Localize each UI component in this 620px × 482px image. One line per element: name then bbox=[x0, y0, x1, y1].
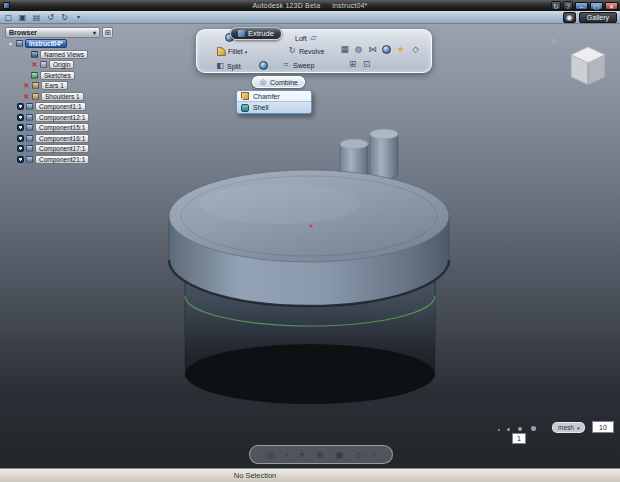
lid-cylinder[interactable] bbox=[169, 170, 449, 306]
browser-item-label[interactable]: Shoulders 1 bbox=[41, 92, 84, 101]
browser-item-label[interactable]: Origin bbox=[49, 60, 74, 69]
split-tool[interactable]: ◧ Split bbox=[215, 61, 241, 71]
browser-item-label[interactable]: Ears 1 bbox=[41, 81, 68, 90]
browser-item[interactable]: ✕Origin bbox=[5, 60, 117, 70]
browser-item-label[interactable]: Component15:1 bbox=[35, 123, 89, 132]
origin-point-marker[interactable] bbox=[309, 224, 312, 227]
hidden-x-icon[interactable]: ✕ bbox=[23, 82, 30, 89]
loft-label: Loft bbox=[295, 35, 307, 42]
extrude-tool[interactable]: Extrude bbox=[230, 27, 282, 40]
snap-unit-selector[interactable]: mesh ▾ bbox=[552, 422, 585, 433]
pattern-rect-icon[interactable]: ▦ bbox=[339, 44, 350, 55]
maximize-button[interactable]: ▢ bbox=[590, 2, 603, 10]
browser-item-label[interactable]: Component1:1 bbox=[35, 102, 86, 111]
browser-item[interactable]: Component1:1 bbox=[5, 102, 117, 112]
account-icon[interactable]: ◉ bbox=[563, 12, 576, 23]
minimize-button[interactable]: – bbox=[575, 2, 588, 10]
snap-increment-dot[interactable] bbox=[507, 428, 510, 431]
browser-item[interactable]: Sketches bbox=[5, 70, 117, 80]
visibility-eye-icon[interactable] bbox=[17, 103, 24, 110]
component-icon bbox=[26, 103, 33, 110]
mirror-icon[interactable]: ⋈ bbox=[367, 44, 378, 55]
loft-tool[interactable]: Loft ▱ bbox=[295, 33, 319, 43]
sync-icon[interactable]: ↻ bbox=[551, 1, 561, 10]
browser-header[interactable]: Browser ▾ bbox=[5, 27, 100, 38]
pattern-circular-icon[interactable]: ◍ bbox=[353, 44, 364, 55]
loft-icon: ▱ bbox=[309, 33, 319, 43]
open-file-icon[interactable]: ▣ bbox=[17, 12, 28, 23]
browser-item-label[interactable]: Sketches bbox=[40, 71, 75, 80]
dropdown-item-shell[interactable]: Shell bbox=[237, 102, 311, 113]
document-title: instruct04* bbox=[332, 2, 367, 9]
pan-icon[interactable]: + bbox=[299, 450, 304, 460]
material-sphere-icon[interactable] bbox=[382, 45, 391, 54]
redo-icon[interactable]: ↻ bbox=[59, 12, 70, 23]
display-options-chevron-icon[interactable]: ▾ bbox=[373, 452, 376, 458]
viewport[interactable]: Browser ▾ ⊞ ▾ instruct04* Named Views✕Or… bbox=[0, 24, 620, 468]
view-cube[interactable] bbox=[562, 38, 614, 94]
visibility-eye-icon[interactable] bbox=[17, 145, 24, 152]
split-label: Split bbox=[227, 63, 241, 70]
favorites-star-icon[interactable]: ★ bbox=[395, 44, 406, 55]
dropdown-item-chamfer[interactable]: Chamfer bbox=[237, 91, 311, 102]
browser-item[interactable]: Component16:1 bbox=[5, 133, 117, 143]
sketch-icon bbox=[31, 72, 38, 79]
browser-header-label: Browser bbox=[9, 29, 37, 36]
history-chevron-icon[interactable]: ▾ bbox=[73, 12, 84, 23]
browser-item-label[interactable]: Named Views bbox=[40, 50, 88, 59]
browser-item[interactable]: Component15:1 bbox=[5, 123, 117, 133]
undo-icon[interactable]: ↺ bbox=[45, 12, 56, 23]
sweep-tool[interactable]: ≈ Sweep bbox=[281, 60, 314, 70]
browser-root-label[interactable]: instruct04* bbox=[25, 39, 67, 48]
snap-secondary-field[interactable] bbox=[512, 433, 526, 444]
component-icon bbox=[26, 114, 33, 121]
browser-chevron-icon[interactable]: ▾ bbox=[93, 29, 96, 36]
browser-item[interactable]: ✕Shoulders 1 bbox=[5, 91, 117, 101]
browser-item-label[interactable]: Component21:1 bbox=[35, 155, 89, 164]
expand-icon[interactable]: ▾ bbox=[7, 40, 14, 47]
browser-item-label[interactable]: Component16:1 bbox=[35, 134, 89, 143]
browser-item-label[interactable]: Component17:1 bbox=[35, 144, 89, 153]
browser-item-label[interactable]: Component12:1 bbox=[35, 113, 89, 122]
browser-item[interactable]: Component17:1 bbox=[5, 144, 117, 154]
revolve-label: Revolve bbox=[299, 48, 324, 55]
gallery-button[interactable]: Gallery bbox=[579, 12, 617, 23]
browser-item[interactable]: Component21:1 bbox=[5, 154, 117, 164]
save-icon[interactable]: ▤ bbox=[31, 12, 42, 23]
snap-increment-dot[interactable] bbox=[531, 426, 536, 431]
align-icon[interactable]: ⊞ bbox=[347, 59, 358, 70]
visibility-eye-icon[interactable] bbox=[17, 124, 24, 131]
dropdown-item-label: Chamfer bbox=[253, 93, 280, 100]
zoom-icon[interactable]: ⊕ bbox=[316, 450, 324, 460]
browser-item[interactable]: Component12:1 bbox=[5, 112, 117, 122]
help-icon[interactable]: ? bbox=[563, 1, 573, 10]
measure-icon[interactable]: ⊡ bbox=[361, 59, 372, 70]
combine-tool[interactable]: ◎ Combine bbox=[252, 76, 305, 88]
visibility-eye-icon[interactable] bbox=[17, 135, 24, 142]
visibility-eye-icon[interactable] bbox=[17, 156, 24, 163]
orbit-icon[interactable]: ◎ bbox=[266, 450, 274, 460]
fillet-flyout-chevron-icon[interactable]: ▾ bbox=[245, 49, 248, 55]
sphere-primitive-icon[interactable] bbox=[259, 61, 268, 70]
snap-value-field[interactable] bbox=[592, 421, 614, 433]
new-file-icon[interactable]: ▢ bbox=[3, 12, 14, 23]
menubar-right: ◉ Gallery bbox=[563, 12, 617, 23]
hidden-x-icon[interactable]: ✕ bbox=[31, 61, 38, 68]
look-at-icon[interactable]: ◇ bbox=[355, 450, 362, 460]
browser-dock-icon[interactable]: ⊞ bbox=[102, 27, 113, 38]
snap-grid-icon[interactable]: ◇ bbox=[410, 44, 421, 55]
fit-icon[interactable]: ▣ bbox=[335, 450, 344, 460]
snap-increment-dot[interactable] bbox=[518, 427, 522, 431]
visibility-eye-icon[interactable] bbox=[17, 114, 24, 121]
dropdown-item-label: Shell bbox=[253, 104, 269, 111]
home-icon[interactable]: ⌂ bbox=[552, 36, 557, 45]
close-button[interactable]: ✕ bbox=[605, 2, 618, 10]
browser-item[interactable]: Named Views bbox=[5, 49, 117, 59]
orbit-options-chevron-icon[interactable]: ▾ bbox=[285, 452, 288, 458]
revolve-tool[interactable]: ↻ Revolve bbox=[287, 46, 324, 56]
snap-increment-dot[interactable] bbox=[498, 429, 500, 431]
browser-item[interactable]: ✕Ears 1 bbox=[5, 81, 117, 91]
fillet-tool[interactable]: Fillet ▾ bbox=[217, 47, 247, 56]
hidden-x-icon[interactable]: ✕ bbox=[23, 93, 30, 100]
browser-root-item[interactable]: ▾ instruct04* bbox=[5, 39, 117, 49]
